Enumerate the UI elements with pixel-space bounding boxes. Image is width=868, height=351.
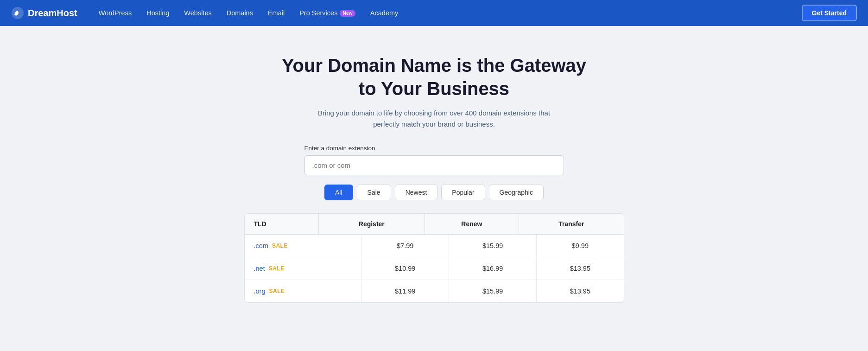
search-input[interactable]	[304, 155, 564, 175]
nav-email[interactable]: Email	[261, 6, 291, 20]
filter-all[interactable]: All	[324, 185, 353, 200]
renew-price: $15.99	[449, 280, 537, 303]
search-section: Enter a domain extension	[304, 145, 564, 175]
nav-websites[interactable]: Websites	[177, 6, 218, 20]
table-row: .comSALE$7.99$15.99$9.99	[245, 235, 624, 257]
filter-sale[interactable]: Sale	[357, 185, 391, 200]
sale-badge: SALE	[269, 288, 285, 294]
sale-badge: SALE	[269, 265, 285, 272]
domain-table-wrapper: TLD Register Renew Transfer .comSALE$7.9…	[244, 213, 624, 303]
col-renew: Renew	[424, 214, 519, 235]
nav-wordpress[interactable]: WordPress	[92, 6, 138, 20]
table-row: .orgSALE$11.99$15.99$13.95	[245, 280, 624, 303]
tld-name[interactable]: .net	[254, 265, 265, 272]
filter-geographic[interactable]: Geographic	[489, 185, 544, 200]
tld-name[interactable]: .com	[254, 242, 268, 249]
search-label: Enter a domain extension	[304, 145, 564, 152]
table-header-row: TLD Register Renew Transfer	[245, 214, 624, 235]
renew-price: $15.99	[449, 235, 537, 257]
new-badge: New	[340, 10, 355, 17]
nav-links: WordPress Hosting Websites Domains Email…	[92, 6, 802, 20]
tld-name[interactable]: .org	[254, 287, 266, 295]
dreamhost-logo-icon	[11, 6, 24, 19]
hero-title: Your Domain Name is the Gateway to Your …	[272, 54, 596, 100]
domain-table: TLD Register Renew Transfer	[245, 214, 624, 235]
col-transfer: Transfer	[519, 214, 624, 235]
hero-subtitle: Bring your domain to life by choosing fr…	[304, 108, 564, 130]
table-scroll-body[interactable]: .comSALE$7.99$15.99$9.99.netSALE$10.99$1…	[245, 235, 624, 302]
col-tld: TLD	[245, 214, 319, 235]
domain-table-body: .comSALE$7.99$15.99$9.99.netSALE$10.99$1…	[245, 235, 624, 302]
register-price: $7.99	[361, 235, 449, 257]
transfer-price: $9.99	[537, 235, 624, 257]
renew-price: $16.99	[449, 257, 537, 280]
filter-buttons: All Sale Newest Popular Geographic	[324, 185, 544, 200]
col-register: Register	[318, 214, 424, 235]
main-content: Your Domain Name is the Gateway to Your …	[0, 26, 868, 321]
register-price: $10.99	[361, 257, 449, 280]
brand-logo[interactable]: DreamHost	[11, 6, 77, 19]
register-price: $11.99	[361, 280, 449, 303]
table-row: .netSALE$10.99$16.99$13.95	[245, 257, 624, 280]
filter-popular[interactable]: Popular	[441, 185, 485, 200]
transfer-price: $13.95	[537, 257, 624, 280]
nav-academy[interactable]: Academy	[364, 6, 405, 20]
nav-pro-services[interactable]: Pro Services New	[293, 6, 362, 20]
transfer-price: $13.95	[537, 280, 624, 303]
nav-domains[interactable]: Domains	[220, 6, 260, 20]
navbar: DreamHost WordPress Hosting Websites Dom…	[0, 0, 868, 26]
nav-hosting[interactable]: Hosting	[140, 6, 176, 20]
filter-newest[interactable]: Newest	[395, 185, 438, 200]
tld-cell: .netSALE	[245, 257, 361, 280]
sale-badge: SALE	[272, 243, 288, 249]
tld-cell: .comSALE	[245, 235, 361, 257]
brand-name: DreamHost	[28, 8, 77, 19]
get-started-button[interactable]: Get Started	[802, 5, 857, 21]
tld-cell: .orgSALE	[245, 280, 361, 303]
